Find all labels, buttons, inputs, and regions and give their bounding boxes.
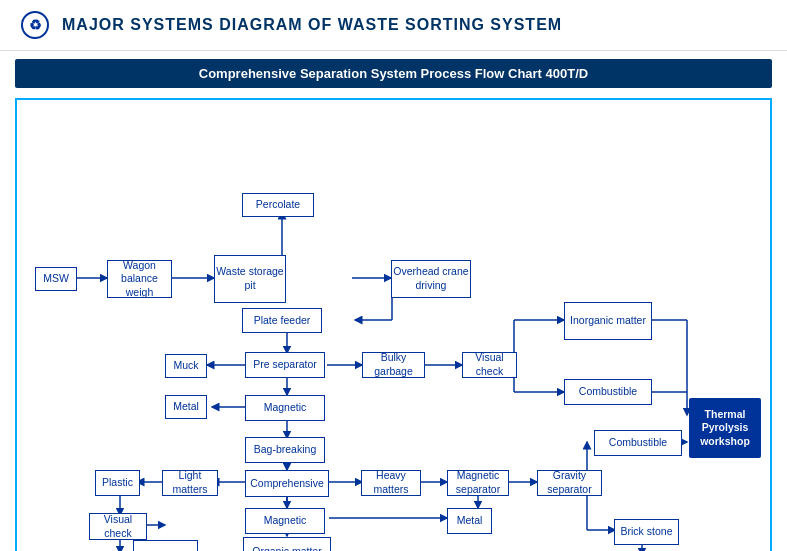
combustible1-box: Combustible <box>564 379 652 405</box>
header-title: MAJOR SYSTEMS DIAGRAM OF WASTE SORTING S… <box>62 16 562 34</box>
bulky-garbage-box: Bulky garbage <box>362 352 425 378</box>
visual-check1-box: Visual check <box>462 352 517 378</box>
light-matters-box: Light matters <box>162 470 218 496</box>
thermal-box: Thermal Pyrolysis workshop <box>689 398 761 458</box>
muck-box: Muck <box>165 354 207 378</box>
diagram: MSW Wagon balance weigh Waste storage pi… <box>15 98 772 551</box>
bag-breaking-box: Bag-breaking <box>245 437 325 463</box>
magnetic1-box: Magnetic <box>245 395 325 421</box>
visual-check2-box: Visual check <box>89 513 147 540</box>
pre-separator-box: Pre separator <box>245 352 325 378</box>
msw-box: MSW <box>35 267 77 291</box>
organic-matter-box: Organic matter <box>243 537 331 551</box>
plate-feeder-box: Plate feeder <box>242 308 322 333</box>
combustible2-box: Combustible <box>594 430 682 456</box>
waste-storage-box: Waste storage pit <box>214 255 286 303</box>
inorganic-box: Inorganic matter <box>564 302 652 340</box>
magnetic-sep-box: Magnetic separator <box>447 470 509 496</box>
metal1-box: Metal <box>165 395 207 419</box>
metal2-box: Metal <box>447 508 492 534</box>
overhead-crane-box: Overhead crane driving <box>391 260 471 298</box>
header: ♻ MAJOR SYSTEMS DIAGRAM OF WASTE SORTING… <box>0 0 787 51</box>
other-plastic-box: Other plastic <box>133 540 198 551</box>
wagon-box: Wagon balance weigh <box>107 260 172 298</box>
heavy-matters-box: Heavy matters <box>361 470 421 496</box>
logo-icon: ♻ <box>20 10 50 40</box>
subtitle-bar: Comprehensive Separation System Process … <box>15 59 772 88</box>
percolate-box: Percolate <box>242 193 314 217</box>
brick-stone-box: Brick stone <box>614 519 679 545</box>
main-content: Comprehensive Separation System Process … <box>0 51 787 551</box>
comprehensive-box: Comprehensive <box>245 470 329 497</box>
svg-text:♻: ♻ <box>29 17 42 33</box>
gravity-sep-box: Gravity separator <box>537 470 602 496</box>
magnetic2-box: Magnetic <box>245 508 325 534</box>
plastic-box: Plastic <box>95 470 140 496</box>
